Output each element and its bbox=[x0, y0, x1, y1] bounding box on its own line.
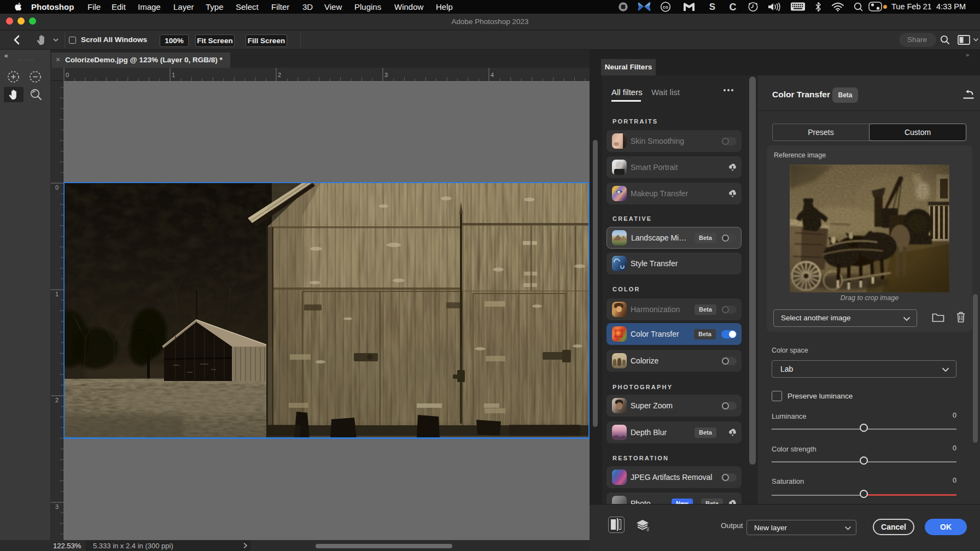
svg-text:co: co bbox=[663, 4, 668, 10]
svg-text:4: 4 bbox=[491, 72, 494, 78]
svg-text:3: 3 bbox=[55, 503, 59, 510]
svg-text:2: 2 bbox=[55, 397, 59, 403]
svg-text:2: 2 bbox=[278, 72, 281, 78]
svg-text:1: 1 bbox=[172, 72, 175, 78]
svg-text:3: 3 bbox=[384, 72, 388, 78]
svg-text:0: 0 bbox=[55, 184, 59, 191]
svg-text:0: 0 bbox=[66, 72, 69, 78]
svg-text:C: C bbox=[730, 2, 737, 13]
svg-text:1: 1 bbox=[55, 291, 59, 297]
svg-text:S: S bbox=[709, 2, 715, 12]
